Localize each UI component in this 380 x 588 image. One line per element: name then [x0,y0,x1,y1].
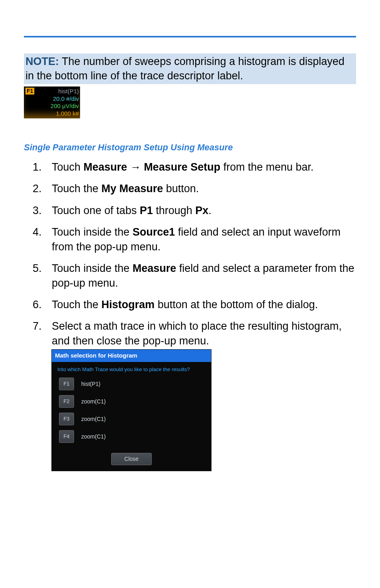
step-4-bold: Source1 [133,226,175,238]
step-3-bold-2: Px [195,205,208,216]
popup-label-f1: hist(P1) [81,380,100,388]
trace-line-3: 200 µV/div [25,102,79,110]
step-2-text-a: Touch the [52,183,102,195]
popup-button-f3[interactable]: F3 [59,413,74,425]
step-2: Touch the My Measure button. [45,181,356,196]
section-title: Single Parameter Histogram Setup Using M… [24,142,356,153]
popup-row-f2: F2 zoom(C1) [52,393,211,410]
step-6-text-a: Touch the [52,299,102,311]
step-5-bold: Measure [133,262,176,274]
step-5: Touch inside the Measure field and selec… [45,261,356,290]
popup-button-f2[interactable]: F2 [59,395,74,408]
step-7: Select a math trace in which to place th… [45,319,356,471]
math-selection-popup: Math selection for Histogram Into which … [52,350,211,471]
step-2-bold: My Measure [102,183,163,195]
step-1-bold-1: Measure [84,161,130,173]
step-3-text-a: Touch one of tabs [52,205,140,216]
step-6: Touch the Histogram button at the bottom… [45,297,356,312]
step-4: Touch inside the Source1 field and selec… [45,225,356,254]
popup-close-button[interactable]: Close [111,453,152,465]
steps-list: Touch Measure → Measure Setup from the m… [24,160,356,471]
popup-row-f1: F1 hist(P1) [52,375,211,393]
step-3-text-c: through [153,205,196,216]
trace-badge-f1: F1 [25,87,35,95]
step-1-bold-2: Measure Setup [141,161,221,173]
popup-row-f4: F4 zoom(C1) [52,428,211,445]
step-2-text-c: button. [163,183,199,195]
step-6-text-c: button at the bottom of the dialog. [155,299,318,311]
step-3-bold-1: P1 [140,205,153,216]
step-5-text-a: Touch inside the [52,262,133,274]
step-3: Touch one of tabs P1 through Px. [45,203,356,218]
trace-descriptor-label: F1 hist(P1) 20.0 #/div 200 µV/div 1.000 … [24,87,80,118]
popup-button-f1[interactable]: F1 [59,378,74,390]
arrow-icon: → [130,161,141,173]
step-6-bold: Histogram [102,299,155,311]
popup-button-f4[interactable]: F4 [59,430,74,443]
step-4-text-a: Touch inside the [52,226,133,238]
step-1: Touch Measure → Measure Setup from the m… [45,160,356,174]
note-block: NOTE: The number of sweeps comprising a … [24,53,356,84]
step-7-text: Select a math trace in which to place th… [52,320,342,346]
note-text: The number of sweeps comprising a histog… [25,55,345,82]
popup-close-row: Close [52,445,211,471]
step-1-text-a: Touch [52,161,84,173]
popup-label-f2: zoom(C1) [81,398,106,405]
trace-line-4: 1.000 k# [25,110,79,118]
page-content: NOTE: The number of sweeps comprising a … [0,37,380,494]
popup-label-f4: zoom(C1) [81,433,106,441]
popup-label-f3: zoom(C1) [81,415,106,423]
step-1-text-d: from the menu bar. [220,161,313,173]
popup-subtitle: Into which Math Trace would you like to … [52,362,211,376]
popup-row-f3: F3 zoom(C1) [52,410,211,428]
note-label: NOTE: [25,55,59,67]
trace-line-2: 20.0 #/div [25,95,79,103]
popup-title: Math selection for Histogram [52,350,211,362]
step-3-text-e: . [208,205,212,216]
